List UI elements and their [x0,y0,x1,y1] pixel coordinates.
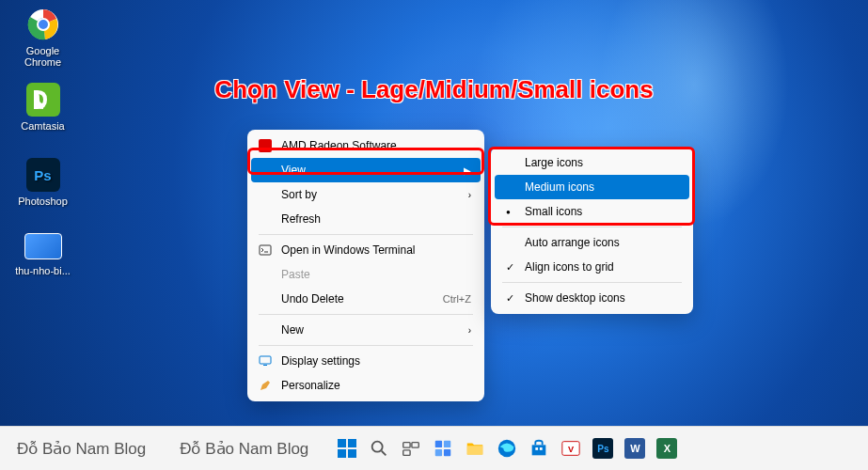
desktop-icon-thumbnail[interactable]: thu-nho-bi... [8,233,78,276]
svg-rect-3 [34,90,38,109]
svg-rect-24 [540,447,543,450]
menu-label: Sort by [281,188,317,201]
amd-icon [259,139,272,152]
chevron-right-icon: › [468,190,471,200]
menu-label: View [281,164,306,177]
svg-rect-8 [338,439,346,447]
photoshop-icon: Ps [26,158,60,192]
taskbar-icons-group: V Ps W X [335,436,679,461]
svg-rect-14 [403,443,410,448]
icon-label: thu-nho-bi... [8,265,78,276]
task-view-icon[interactable] [399,436,423,461]
desktop-context-menu: AMD Radeon Software View ▶ Sort by › Ref… [247,130,484,401]
svg-point-12 [372,442,383,452]
menu-item-amd[interactable]: AMD Radeon Software [251,133,481,158]
icon-label: Camtasia [8,120,78,132]
menu-item-auto-arrange[interactable]: Auto arrange icons [495,230,689,255]
svg-rect-6 [260,356,271,364]
svg-rect-20 [444,449,450,456]
menu-item-large-icons[interactable]: Large icons [495,150,689,175]
explorer-icon[interactable] [463,436,487,461]
search-icon[interactable] [367,436,391,461]
svg-rect-5 [260,245,271,255]
svg-text:V: V [568,445,575,454]
menu-item-medium-icons[interactable]: Medium icons [495,175,689,199]
svg-rect-4 [259,139,272,152]
svg-rect-17 [435,441,442,447]
desktop-icon-camtasia[interactable]: Camtasia [8,83,78,132]
menu-label: Small icons [525,205,582,218]
annotation-text: Chọn View - Lage/Midium/Small icons [214,75,653,104]
menu-item-show-desktop[interactable]: Show desktop icons [495,286,689,310]
menu-divider [259,345,473,346]
image-file-icon [24,233,62,259]
svg-rect-16 [403,450,410,456]
svg-rect-9 [348,439,356,447]
word-icon[interactable]: W [623,436,647,461]
menu-item-align-grid[interactable]: Align icons to grid [495,255,689,279]
menu-item-display-settings[interactable]: Display settings [251,349,481,373]
watermark-text: Đỗ Bảo Nam Blog [163,439,325,459]
menu-label: New [281,323,304,337]
menu-item-sort-by[interactable]: Sort by › [251,182,481,207]
menu-item-personalize[interactable]: Personalize [251,373,481,398]
menu-label: Paste [281,268,310,281]
menu-item-view[interactable]: View ▶ [251,158,481,182]
chevron-right-icon: › [468,325,471,336]
menu-item-paste: Paste [251,262,481,287]
menu-divider [259,314,473,315]
desktop-icon-chrome[interactable]: Google Chrome [8,8,78,68]
menu-item-new[interactable]: New › [251,318,481,342]
view-submenu: Large icons Medium icons Small icons Aut… [491,147,693,314]
menu-divider [502,227,682,227]
edge-icon[interactable] [495,436,519,461]
menu-label: Medium icons [525,180,594,194]
svg-line-13 [382,451,387,456]
menu-label: Auto arrange icons [525,236,620,249]
desktop-icon-photoshop[interactable]: Ps Photoshop [8,158,78,207]
chevron-right-icon: ▶ [464,165,471,176]
svg-rect-23 [536,447,539,450]
svg-rect-15 [412,443,418,448]
menu-divider [502,282,682,283]
svg-rect-11 [348,449,356,458]
svg-rect-7 [263,365,267,366]
menu-item-refresh[interactable]: Refresh [251,207,481,231]
store-icon[interactable] [527,436,551,461]
icon-label: Google Chrome [8,45,78,68]
menu-item-small-icons[interactable]: Small icons [495,199,689,224]
menu-label: Refresh [281,212,321,226]
svg-rect-18 [444,441,450,447]
menu-item-terminal[interactable]: Open in Windows Terminal [251,238,481,262]
menu-label: Display settings [281,354,360,368]
unikey-icon[interactable]: V [559,436,583,461]
menu-item-undo-delete[interactable]: Undo Delete Ctrl+Z [251,287,481,311]
personalize-icon [259,379,272,392]
menu-label: Undo Delete [281,292,344,306]
display-icon [259,354,272,368]
menu-label: Large icons [525,156,583,169]
menu-label: Personalize [281,379,340,392]
taskbar: Đỗ Bảo Nam Blog Đỗ Bảo Nam Blog V Ps [0,426,868,470]
excel-icon[interactable]: X [655,436,679,461]
menu-divider [259,234,473,235]
photoshop-taskbar-icon[interactable]: Ps [591,436,615,461]
shortcut-label: Ctrl+Z [443,293,471,305]
icon-label: Photoshop [8,196,78,207]
menu-label: Show desktop icons [525,291,625,305]
menu-label: Align icons to grid [525,260,614,274]
desktop[interactable]: Google Chrome Camtasia Ps Photoshop thu-… [0,0,868,426]
svg-point-2 [38,19,49,30]
svg-rect-19 [435,449,442,456]
menu-label: AMD Radeon Software [281,139,397,152]
widgets-icon[interactable] [431,436,455,461]
chrome-icon [26,8,60,41]
camtasia-icon [26,83,60,117]
watermark-text: Đỗ Bảo Nam Blog [0,439,163,459]
menu-label: Open in Windows Terminal [281,243,416,257]
svg-rect-21 [467,446,483,454]
svg-rect-10 [338,449,346,458]
terminal-icon [259,243,272,257]
start-button[interactable] [335,436,359,461]
